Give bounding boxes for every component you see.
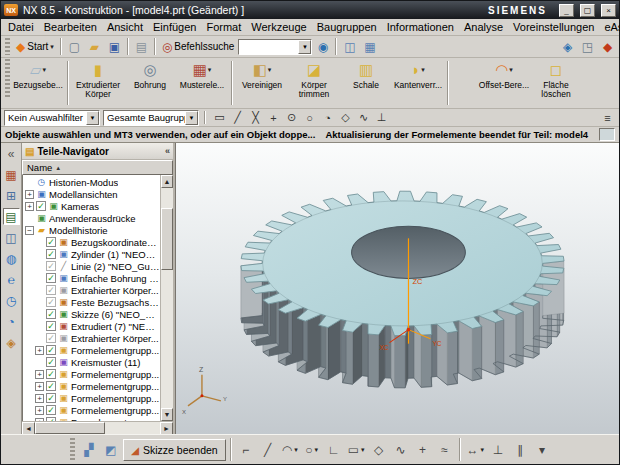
selection-scope-combo[interactable]: Gesamte Baugruppe ▼ [103,110,199,126]
scroll-left-icon[interactable]: ◄ [22,422,35,434]
tree-item-extrahierter-körper[interactable]: ✓▣Extrahierter Körper... [23,332,160,344]
visibility-checkbox[interactable]: ✓ [46,249,56,259]
datum-plane-button[interactable]: ▱▾Bezugsebe... [12,59,64,107]
offset-curve-button[interactable]: ≈ [435,439,455,460]
drag-handle[interactable] [5,38,10,55]
minimize-button[interactable]: _ [559,4,574,17]
chevron-down-icon[interactable]: ▼ [86,111,99,125]
tree-item-einfache-bohrung[interactable]: ✓▣Einfache Bohrung (... [23,272,160,284]
visibility-checkbox[interactable]: ✓ [46,321,56,331]
tree-vertical-scrollbar[interactable]: ▲ ▼ [160,175,173,421]
fullscreen-button[interactable]: ◳ [578,37,597,56]
search-go-button[interactable]: ◉ [313,37,332,56]
tree-item-feste-bezugsachse[interactable]: ✓▣Feste Bezugsachse... [23,296,160,308]
tree-item-formelementgrupp[interactable]: +✓▣Formelementgrupp... [23,368,160,380]
fillet-button[interactable]: ∟ [324,439,344,460]
chevron-down-icon[interactable]: ▾ [43,66,47,74]
chevron-down-icon[interactable]: ▼ [298,40,311,54]
sketch-orient-button[interactable]: ◩ [101,439,121,460]
scroll-right-icon[interactable]: ► [160,422,173,434]
tree-item-kameras[interactable]: +✓▣Kameras [23,200,160,212]
status-options-icon[interactable] [599,128,615,141]
snap-intersection-button[interactable]: ╳ [247,110,264,126]
menu-werkzeuge[interactable]: Werkzeuge [246,20,311,34]
menu-format[interactable]: Format [201,20,246,34]
selection-filter-combo[interactable]: Kein Auswahlfilter ▼ [4,110,100,126]
visibility-checkbox[interactable]: ✓ [46,333,56,343]
tree-item-bezugskoordinaten[interactable]: ✓▣Bezugskoordinaten... [23,236,160,248]
visibility-checkbox[interactable]: ✓ [46,285,56,295]
scroll-up-icon[interactable]: ▲ [161,175,173,188]
more-sketch-tools-button[interactable]: ▾ [532,439,552,460]
tree-item-formelementgrupp[interactable]: +✓▣Formelementgrupp... [23,392,160,404]
tree-item-modellansichten[interactable]: +▣Modellansichten [23,188,160,200]
arc-button[interactable]: ◠▾ [280,439,300,460]
part-navigator-tab[interactable]: ▤ [3,208,20,225]
chevron-down-icon[interactable]: ▾ [315,446,319,454]
tree-item-extrahierter-körper[interactable]: ✓▣Extrahierter Körper... [23,284,160,296]
geometric-constraints-button[interactable]: ⊥ [488,439,508,460]
snap-endpoint-button[interactable]: ╱ [229,110,246,126]
drag-handle[interactable] [70,438,75,461]
constraint-navigator-tab[interactable]: ⊞ [3,187,20,204]
snap-midpoint-button[interactable]: ◇ [337,110,354,126]
expand-plus-icon[interactable]: + [35,346,44,355]
visibility-checkbox[interactable]: ✓ [46,345,56,355]
chevron-down-icon[interactable]: ▾ [421,66,425,74]
process-studio-tab[interactable]: ◔ [3,313,20,330]
tree-item-kreismuster-11[interactable]: ✓▣Kreismuster (11) [23,356,160,368]
rectangle-button[interactable]: ▭▾ [346,439,367,460]
resource-pin-tab[interactable]: « [3,145,20,162]
assembly-navigator-tab[interactable]: ▦ [3,166,20,183]
maximize-button[interactable]: ▢ [580,4,595,17]
studio-spline-button[interactable]: ∿ [391,439,411,460]
shell-button[interactable]: ▥Schale [340,59,392,107]
extrude-button[interactable]: ▮Extrudierter Körper [72,59,124,107]
scroll-down-icon[interactable]: ▼ [161,408,173,421]
drag-handle[interactable] [5,59,10,98]
edge-blend-button[interactable]: ◗▾Kantenverr... [392,59,444,107]
snap-arc-center-button[interactable]: ⊙ [283,110,300,126]
visibility-checkbox[interactable]: ✓ [46,273,56,283]
rapid-dimension-button[interactable]: ↔▾ [465,439,487,460]
chevron-down-icon[interactable]: ▾ [361,446,365,454]
delete-face-button[interactable]: ◻Fläche löschen [530,59,582,107]
roles-tab[interactable]: ◈ [3,334,20,351]
tree-horizontal-scrollbar[interactable]: ◄ ► [22,421,173,434]
visibility-checkbox[interactable]: ✓ [46,393,56,403]
scrollbar-thumb[interactable] [161,208,173,270]
tree-item-anwenderausdrücke[interactable]: ▣Anwenderausdrücke [23,212,160,224]
menu-einfügen[interactable]: Einfügen [148,20,201,34]
menu-informationen[interactable]: Informationen [382,20,459,34]
visibility-checkbox[interactable]: ✓ [46,357,56,367]
snap-quadrant-button[interactable]: ◔ [319,110,336,126]
menu-voreinstellungen[interactable]: Voreinstellungen [508,20,599,34]
save-button[interactable]: ▣ [105,37,124,56]
window-toggle-button[interactable]: ▦ [360,37,379,56]
chevron-down-icon[interactable]: ▾ [208,66,212,74]
pattern-feature-button[interactable]: ▦▾Musterele... [176,59,228,107]
hole-button[interactable]: ◎Bohrung [124,59,176,107]
close-part-button[interactable]: ◆ [598,37,617,56]
expand-plus-icon[interactable]: + [35,370,44,379]
close-button[interactable]: × [601,4,616,17]
gear-model[interactable] [241,191,564,388]
hd3d-tools-tab[interactable]: ◍ [3,250,20,267]
visibility-checkbox[interactable]: ✓ [46,261,56,271]
expand-plus-icon[interactable]: + [35,382,44,391]
menu-ansicht[interactable]: Ansicht [102,20,148,34]
line-button[interactable]: ╱ [258,439,278,460]
finish-sketch-button[interactable]: ◢Skizze beenden [123,439,226,461]
tree-item-zylinder-1-neo-c[interactable]: ✓▣Zylinder (1) "NEO_C... [23,248,160,260]
visibility-checkbox[interactable]: ✓ [46,369,56,379]
start-menu-button[interactable]: ◆Start▾ [13,37,57,56]
tree-item-modellhistorie[interactable]: −▰Modellhistorie [23,224,160,236]
unite-button[interactable]: ◧▾Vereinigen [236,59,288,107]
snap-existing-point-button[interactable]: ○ [301,110,318,126]
offset-region-button[interactable]: ◠▾Offset-Bere... [478,59,530,107]
tree-item-historien-modus[interactable]: ◷Historien-Modus [23,176,160,188]
print-button[interactable]: ▤ [132,37,151,56]
snap-control-point-button[interactable]: + [265,110,282,126]
tree-item-formelementgrupp[interactable]: +✓▣Formelementgrupp... [23,380,160,392]
sketch-task-button[interactable]: ▞ [79,439,99,460]
